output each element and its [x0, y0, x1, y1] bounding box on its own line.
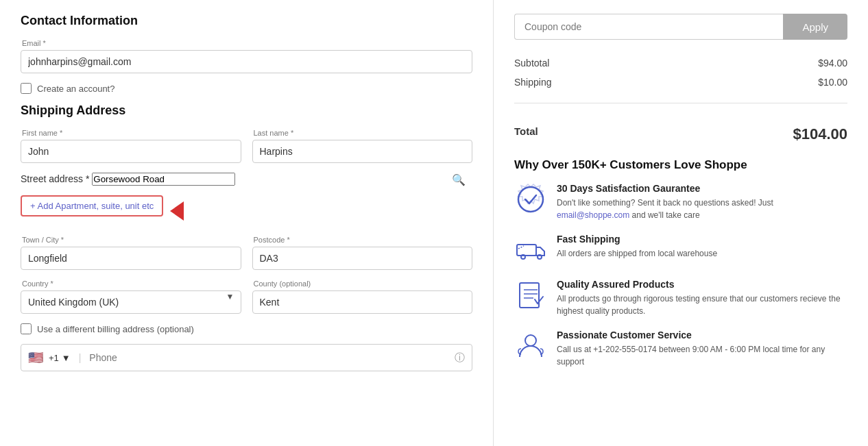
quality-text: Quality Assured Products All products go…	[557, 279, 847, 317]
quality-desc: All products go through rigorous testing…	[557, 293, 847, 317]
svg-point-2	[521, 255, 525, 259]
phone-row: 🇺🇸 +1 ▼ | ⓘ	[21, 344, 472, 371]
country-field: Country * United Kingdom (UK) United Sta…	[21, 280, 241, 314]
svg-rect-1	[517, 245, 536, 256]
shipping-title: Fast Shipping	[557, 234, 717, 245]
name-row: First name * Last name *	[21, 129, 472, 163]
shipping-label: Shipping	[514, 77, 552, 88]
guarantee-title: 30 Days Satisfaction Gaurantee	[557, 183, 847, 194]
guarantee-icon	[514, 183, 547, 216]
street-label: Street address *	[21, 173, 89, 184]
city-field: Town / City *	[21, 236, 241, 270]
service-title: Passionate Customer Service	[557, 330, 847, 340]
postcode-field: Postcode *	[252, 236, 473, 270]
right-panel: Apply Subtotal $94.00 Shipping $10.00 To…	[494, 0, 868, 446]
help-icon[interactable]: ⓘ	[455, 351, 465, 364]
email-field: Email *	[21, 39, 472, 73]
service-text: Passionate Customer Service Call us at +…	[557, 330, 847, 368]
service-icon	[514, 330, 547, 362]
arrow-indicator	[170, 201, 184, 221]
country-select[interactable]: United Kingdom (UK) United States Canada…	[21, 290, 241, 314]
shipping-icon	[514, 234, 547, 267]
subtotal-label: Subtotal	[514, 58, 549, 69]
county-field: County (optional)	[252, 280, 473, 314]
street-field: Street address * 🔍	[21, 173, 472, 186]
postcode-input[interactable]	[252, 247, 473, 270]
email-label: Email *	[21, 39, 472, 47]
left-panel: Contact Information Email * Create an ac…	[0, 0, 494, 446]
first-name-field: First name *	[21, 129, 241, 163]
svg-point-3	[538, 255, 542, 259]
street-input[interactable]	[92, 173, 235, 186]
subtotal-value: $94.00	[818, 58, 847, 69]
billing-checkbox[interactable]	[21, 323, 32, 334]
city-postcode-row: Town / City * Postcode *	[21, 236, 472, 270]
coupon-row: Apply	[514, 14, 847, 40]
svg-point-8	[525, 335, 536, 346]
create-account-label: Create an account?	[37, 84, 114, 94]
county-input[interactable]	[252, 290, 473, 314]
country-county-row: Country * United Kingdom (UK) United Sta…	[21, 280, 472, 314]
total-label: Total	[514, 125, 538, 143]
shipping-value: $10.00	[818, 77, 847, 88]
add-apartment-wrapper: + Add Apartment, suite, unit etc	[21, 195, 472, 226]
service-desc: Call us at +1-202-555-0174 between 9:00 …	[557, 343, 847, 368]
coupon-input[interactable]	[514, 14, 783, 40]
last-name-field: Last name *	[252, 129, 473, 163]
billing-row: Use a different billing address (optiona…	[21, 323, 472, 334]
guarantee-email-link[interactable]: email@shoppe.com	[557, 210, 629, 220]
city-label: Town / City *	[21, 236, 241, 244]
postcode-label: Postcode *	[252, 236, 473, 244]
why-title: Why Over 150K+ Customers Love Shoppe	[514, 158, 847, 172]
total-final-row: Total $104.00	[514, 117, 847, 151]
benefit-quality: Quality Assured Products All products go…	[514, 279, 847, 317]
benefit-guarantee: 30 Days Satisfaction Gaurantee Don't lik…	[514, 183, 847, 221]
phone-divider: |	[79, 352, 82, 363]
county-label: County (optional)	[252, 280, 473, 288]
subtotal-row: Subtotal $94.00	[514, 53, 847, 73]
svg-rect-4	[520, 283, 539, 308]
create-account-row: Create an account?	[21, 83, 472, 94]
shipping-desc: All orders are shipped from local wareho…	[557, 247, 717, 260]
guarantee-desc: Don't like something? Sent it back no qu…	[557, 197, 847, 221]
last-name-input[interactable]	[252, 140, 473, 163]
billing-label: Use a different billing address (optiona…	[37, 324, 194, 334]
search-icon: 🔍	[452, 173, 466, 186]
shipping-text: Fast Shipping All orders are shipped fro…	[557, 234, 717, 260]
first-name-input[interactable]	[21, 140, 241, 163]
guarantee-text: 30 Days Satisfaction Gaurantee Don't lik…	[557, 183, 847, 221]
city-input[interactable]	[21, 247, 241, 270]
quality-icon	[514, 279, 547, 312]
last-name-label: Last name *	[252, 129, 473, 137]
email-input[interactable]	[21, 50, 472, 73]
phone-prefix-value: +1	[49, 353, 59, 363]
create-account-checkbox[interactable]	[21, 83, 32, 94]
apply-button[interactable]: Apply	[783, 14, 847, 40]
shipping-title: Shipping Address	[21, 103, 472, 118]
country-label: Country *	[21, 280, 241, 288]
total-value: $104.00	[793, 125, 847, 143]
phone-prefix[interactable]: +1 ▼	[49, 353, 71, 363]
chevron-down-icon: ▼	[62, 353, 71, 363]
phone-input[interactable]	[89, 352, 449, 363]
contact-title: Contact Information	[21, 14, 472, 28]
benefit-service: Passionate Customer Service Call us at +…	[514, 330, 847, 368]
add-apartment-button[interactable]: + Add Apartment, suite, unit etc	[21, 195, 163, 216]
why-section: Why Over 150K+ Customers Love Shoppe 30 …	[514, 158, 847, 368]
benefit-shipping: Fast Shipping All orders are shipped fro…	[514, 234, 847, 267]
first-name-label: First name *	[21, 129, 241, 137]
shipping-row: Shipping $10.00	[514, 73, 847, 92]
flag-icon: 🇺🇸	[28, 350, 43, 365]
totals-section: Subtotal $94.00 Shipping $10.00	[514, 53, 847, 103]
quality-title: Quality Assured Products	[557, 279, 847, 290]
